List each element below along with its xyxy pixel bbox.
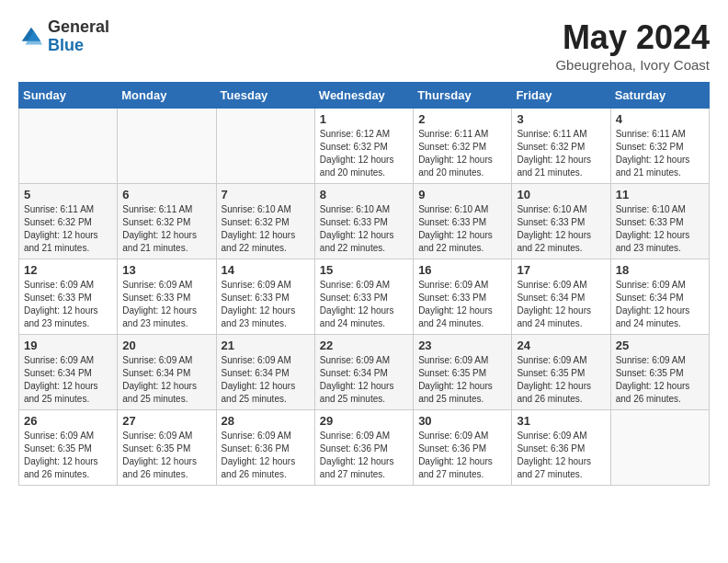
day-info: Sunrise: 6:09 AM Sunset: 6:33 PM Dayligh… — [418, 279, 506, 330]
day-number: 19 — [24, 339, 112, 352]
day-number: 13 — [122, 263, 210, 277]
day-info: Sunrise: 6:10 AM Sunset: 6:33 PM Dayligh… — [418, 203, 506, 255]
calendar-cell: 30Sunrise: 6:09 AM Sunset: 6:36 PM Dayli… — [414, 410, 512, 486]
day-number: 5 — [24, 188, 112, 201]
calendar-cell: 3Sunrise: 6:11 AM Sunset: 6:32 PM Daylig… — [512, 109, 610, 184]
day-number: 18 — [616, 263, 704, 277]
day-info: Sunrise: 6:10 AM Sunset: 6:32 PM Dayligh… — [222, 203, 310, 255]
day-info: Sunrise: 6:10 AM Sunset: 6:33 PM Dayligh… — [320, 203, 408, 255]
day-number: 30 — [418, 414, 506, 428]
day-info: Sunrise: 6:09 AM Sunset: 6:36 PM Dayligh… — [418, 430, 506, 481]
day-info: Sunrise: 6:09 AM Sunset: 6:33 PM Dayligh… — [122, 279, 210, 330]
calendar-cell: 15Sunrise: 6:09 AM Sunset: 6:33 PM Dayli… — [314, 259, 413, 335]
calendar-cell — [118, 109, 216, 184]
day-number: 31 — [517, 414, 605, 428]
calendar-cell: 12Sunrise: 6:09 AM Sunset: 6:33 PM Dayli… — [19, 259, 118, 335]
day-number: 10 — [517, 188, 605, 201]
calendar-cell: 22Sunrise: 6:09 AM Sunset: 6:34 PM Dayli… — [314, 335, 413, 410]
weekday-header-friday: Friday — [512, 83, 610, 109]
day-info: Sunrise: 6:09 AM Sunset: 6:34 PM Dayligh… — [24, 354, 112, 406]
day-info: Sunrise: 6:11 AM Sunset: 6:32 PM Dayligh… — [122, 203, 210, 255]
calendar-cell: 10Sunrise: 6:10 AM Sunset: 6:33 PM Dayli… — [512, 184, 610, 259]
day-info: Sunrise: 6:09 AM Sunset: 6:34 PM Dayligh… — [122, 354, 210, 406]
day-info: Sunrise: 6:11 AM Sunset: 6:32 PM Dayligh… — [517, 128, 605, 179]
calendar-cell: 14Sunrise: 6:09 AM Sunset: 6:33 PM Dayli… — [216, 259, 314, 335]
calendar-cell: 6Sunrise: 6:11 AM Sunset: 6:32 PM Daylig… — [118, 184, 216, 259]
calendar-cell: 23Sunrise: 6:09 AM Sunset: 6:35 PM Dayli… — [414, 335, 512, 410]
day-number: 21 — [222, 339, 310, 352]
day-info: Sunrise: 6:11 AM Sunset: 6:32 PM Dayligh… — [418, 128, 506, 179]
calendar-cell: 11Sunrise: 6:10 AM Sunset: 6:33 PM Dayli… — [610, 184, 709, 259]
day-info: Sunrise: 6:09 AM Sunset: 6:34 PM Dayligh… — [320, 354, 408, 406]
day-number: 11 — [616, 188, 704, 201]
day-info: Sunrise: 6:09 AM Sunset: 6:34 PM Dayligh… — [616, 279, 704, 330]
day-number: 25 — [616, 339, 704, 352]
calendar-cell: 31Sunrise: 6:09 AM Sunset: 6:36 PM Dayli… — [512, 410, 610, 486]
calendar-cell — [19, 109, 118, 184]
calendar-cell: 20Sunrise: 6:09 AM Sunset: 6:34 PM Dayli… — [118, 335, 216, 410]
day-info: Sunrise: 6:10 AM Sunset: 6:33 PM Dayligh… — [517, 203, 605, 255]
day-info: Sunrise: 6:09 AM Sunset: 6:34 PM Dayligh… — [222, 354, 310, 406]
weekday-header-tuesday: Tuesday — [216, 83, 314, 109]
calendar-cell: 18Sunrise: 6:09 AM Sunset: 6:34 PM Dayli… — [610, 259, 709, 335]
calendar-cell: 24Sunrise: 6:09 AM Sunset: 6:35 PM Dayli… — [512, 335, 610, 410]
day-number: 4 — [616, 112, 704, 126]
calendar-cell: 16Sunrise: 6:09 AM Sunset: 6:33 PM Dayli… — [414, 259, 512, 335]
day-number: 12 — [24, 263, 112, 277]
calendar-cell: 17Sunrise: 6:09 AM Sunset: 6:34 PM Dayli… — [512, 259, 610, 335]
day-number: 24 — [517, 339, 605, 352]
day-info: Sunrise: 6:09 AM Sunset: 6:35 PM Dayligh… — [24, 430, 112, 481]
calendar-cell: 2Sunrise: 6:11 AM Sunset: 6:32 PM Daylig… — [414, 109, 512, 184]
day-number: 1 — [320, 112, 408, 126]
day-info: Sunrise: 6:09 AM Sunset: 6:36 PM Dayligh… — [222, 430, 310, 481]
weekday-header-monday: Monday — [118, 83, 216, 109]
calendar-cell: 13Sunrise: 6:09 AM Sunset: 6:33 PM Dayli… — [118, 259, 216, 335]
week-row-2: 5Sunrise: 6:11 AM Sunset: 6:32 PM Daylig… — [19, 184, 710, 259]
logo-blue: Blue — [48, 37, 109, 55]
day-info: Sunrise: 6:09 AM Sunset: 6:35 PM Dayligh… — [616, 354, 704, 406]
day-info: Sunrise: 6:11 AM Sunset: 6:32 PM Dayligh… — [24, 203, 112, 255]
weekday-header-thursday: Thursday — [414, 83, 512, 109]
weekday-header-saturday: Saturday — [610, 83, 709, 109]
week-row-5: 26Sunrise: 6:09 AM Sunset: 6:35 PM Dayli… — [19, 410, 710, 486]
logo-general: General — [48, 18, 109, 37]
day-info: Sunrise: 6:12 AM Sunset: 6:32 PM Dayligh… — [320, 128, 408, 179]
title-block: May 2024 Gbeugrehoa, Ivory Coast — [555, 18, 710, 73]
calendar-cell: 19Sunrise: 6:09 AM Sunset: 6:34 PM Dayli… — [19, 335, 118, 410]
calendar-cell: 7Sunrise: 6:10 AM Sunset: 6:32 PM Daylig… — [216, 184, 314, 259]
day-number: 22 — [320, 339, 408, 352]
calendar-cell: 5Sunrise: 6:11 AM Sunset: 6:32 PM Daylig… — [19, 184, 118, 259]
calendar-cell — [610, 410, 709, 486]
day-number: 6 — [122, 188, 210, 201]
calendar-cell: 1Sunrise: 6:12 AM Sunset: 6:32 PM Daylig… — [314, 109, 413, 184]
weekday-header-row: SundayMondayTuesdayWednesdayThursdayFrid… — [19, 83, 710, 109]
day-info: Sunrise: 6:09 AM Sunset: 6:33 PM Dayligh… — [24, 279, 112, 330]
day-number: 3 — [517, 112, 605, 126]
day-info: Sunrise: 6:09 AM Sunset: 6:36 PM Dayligh… — [517, 430, 605, 481]
calendar-cell — [216, 109, 314, 184]
calendar-cell: 8Sunrise: 6:10 AM Sunset: 6:33 PM Daylig… — [314, 184, 413, 259]
day-info: Sunrise: 6:09 AM Sunset: 6:35 PM Dayligh… — [517, 354, 605, 406]
calendar-table: SundayMondayTuesdayWednesdayThursdayFrid… — [18, 82, 710, 486]
weekday-header-sunday: Sunday — [19, 83, 118, 109]
calendar-cell: 4Sunrise: 6:11 AM Sunset: 6:32 PM Daylig… — [610, 109, 709, 184]
logo-icon — [18, 24, 44, 50]
calendar-cell: 25Sunrise: 6:09 AM Sunset: 6:35 PM Dayli… — [610, 335, 709, 410]
day-number: 9 — [418, 188, 506, 201]
day-number: 28 — [222, 414, 310, 428]
day-info: Sunrise: 6:09 AM Sunset: 6:34 PM Dayligh… — [517, 279, 605, 330]
weekday-header-wednesday: Wednesday — [314, 83, 413, 109]
day-info: Sunrise: 6:09 AM Sunset: 6:36 PM Dayligh… — [320, 430, 408, 481]
day-info: Sunrise: 6:09 AM Sunset: 6:35 PM Dayligh… — [122, 430, 210, 481]
week-row-3: 12Sunrise: 6:09 AM Sunset: 6:33 PM Dayli… — [19, 259, 710, 335]
day-number: 8 — [320, 188, 408, 201]
day-number: 23 — [418, 339, 506, 352]
day-number: 29 — [320, 414, 408, 428]
calendar-cell: 28Sunrise: 6:09 AM Sunset: 6:36 PM Dayli… — [216, 410, 314, 486]
day-number: 16 — [418, 263, 506, 277]
calendar-cell: 29Sunrise: 6:09 AM Sunset: 6:36 PM Dayli… — [314, 410, 413, 486]
day-number: 7 — [222, 188, 310, 201]
calendar-cell: 9Sunrise: 6:10 AM Sunset: 6:33 PM Daylig… — [414, 184, 512, 259]
day-info: Sunrise: 6:09 AM Sunset: 6:33 PM Dayligh… — [320, 279, 408, 330]
day-number: 26 — [24, 414, 112, 428]
